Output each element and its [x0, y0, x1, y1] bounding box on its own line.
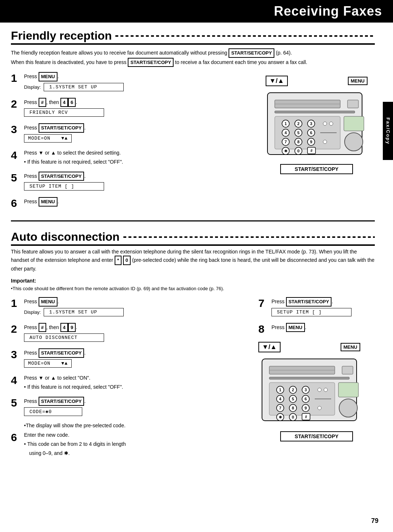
svg-text:9: 9 [305, 406, 307, 410]
svg-text:4: 4 [279, 397, 282, 401]
ad-step-5: 5 Press START/SET/COPY. CODE=✱0 [11, 397, 251, 419]
svg-text:6: 6 [310, 131, 312, 135]
step-5: 5 Press START/SET/COPY. SETUP ITEM [ ] [11, 172, 251, 193]
display-5: SETUP ITEM [ ] [24, 182, 104, 191]
kbd-menu-ad8: MENU [286, 323, 305, 332]
svg-text:0: 0 [292, 415, 294, 419]
kbd-4-ad2: 4 [60, 323, 68, 332]
kbd-ssc-ad7: START/SET/COPY [286, 297, 332, 307]
svg-text:5: 5 [297, 131, 299, 135]
kbd-menu-ad1: MENU [39, 297, 57, 307]
auto-disc-right: 7 Press START/SET/COPY. SETUP ITEM [ ] 8… [258, 297, 375, 463]
important-text: •This code should be different from the … [11, 285, 375, 292]
svg-text:#: # [310, 149, 313, 153]
side-tab: Fax/Copy [383, 102, 393, 160]
svg-text:8: 8 [292, 406, 294, 410]
kbd-6-2: 6 [68, 98, 76, 107]
auto-disconnection-intro: This feature allows you to answer a call… [11, 248, 375, 273]
start-set-copy-btn[interactable]: START/SET/COPY [280, 164, 353, 174]
svg-text:✱: ✱ [284, 149, 287, 153]
side-tab-label: Fax/Copy [385, 117, 391, 145]
svg-text:7: 7 [279, 406, 281, 410]
kbd-ssc-ad3: START/SET/COPY [39, 348, 84, 358]
step-3: 3 Press START/SET/COPY. MODE=ON ▼▲ [11, 123, 251, 145]
kbd-start-set-copy-intro2: START/SET/COPY [128, 58, 174, 67]
kbd-zero: 0 [123, 256, 131, 265]
ad-display-1: 1.SYSTEM SET UP [44, 308, 124, 316]
fax-machine-svg: 1 2 3 4 5 6 7 8 9 ✱ [264, 89, 369, 162]
ad-step-2: 2 Press #, then 49. AUTO DISCONNECT [11, 323, 251, 344]
svg-text:4: 4 [285, 131, 287, 135]
svg-rect-32 [344, 116, 364, 131]
svg-text:7: 7 [285, 140, 287, 144]
friendly-reception-title: Friendly reception [11, 29, 375, 45]
svg-point-35 [323, 140, 327, 144]
kbd-ssc-5: START/SET/COPY [39, 172, 84, 181]
step-1: 1 Press MENU. Display: 1.SYSTEM SET UP [11, 72, 251, 93]
friendly-reception-intro: The friendly reception feature allows yo… [11, 48, 375, 67]
nav-arrows-label: ▼/▲ [266, 76, 288, 86]
svg-text:0: 0 [297, 149, 299, 153]
svg-point-69 [339, 399, 357, 417]
svg-text:1: 1 [285, 121, 287, 126]
ad-display-5: CODE=✱0 [24, 407, 82, 416]
svg-text:8: 8 [297, 140, 299, 144]
page-header: Receiving Faxes [0, 0, 393, 23]
svg-text:2: 2 [297, 121, 299, 126]
display-2: FRIENDLY RCV [24, 108, 104, 117]
step-6: 6 Press MENU. [11, 197, 251, 209]
display-1: 1.SYSTEM SET UP [44, 83, 124, 91]
kbd-4-2: 4 [60, 98, 68, 107]
ad-display-note: •The display will show the pre-selected … [24, 423, 251, 428]
svg-point-30 [323, 122, 327, 125]
important-label: Important: [11, 278, 375, 284]
svg-point-33 [345, 133, 363, 151]
ad-step-8: 8 Press MENU. [258, 323, 375, 335]
kbd-9-ad2: 9 [68, 323, 76, 332]
svg-text:5: 5 [292, 397, 294, 401]
kbd-ssc-ad5: START/SET/COPY [39, 397, 84, 406]
svg-point-31 [329, 122, 333, 125]
friendly-steps-left: 1 Press MENU. Display: 1.SYSTEM SET UP 2… [11, 72, 251, 213]
svg-rect-39 [342, 366, 353, 374]
fax-machine-svg-ad: 1 2 3 4 5 6 7 8 9 ✱ 0 [258, 355, 364, 428]
auto-disconnection-title: Auto disconnection [11, 230, 375, 246]
svg-rect-3 [348, 100, 358, 108]
svg-point-71 [318, 406, 321, 410]
step-4: 4 Press ▼ or ▲ to select the desired set… [11, 149, 251, 167]
page-number: 79 [371, 517, 378, 525]
ad-display-2: AUTO DISCONNECT [24, 333, 104, 342]
auto-disc-steps-left: 1 Press MENU. Display: 1.SYSTEM SET UP 2… [11, 297, 251, 463]
svg-point-66 [318, 388, 321, 392]
menu-btn-label: MENU [348, 77, 368, 85]
svg-point-67 [324, 388, 328, 392]
nav-arrows-label-ad: ▼/▲ [258, 342, 281, 352]
ad-step-6: 6 Enter the new code. This code can be f… [11, 431, 251, 459]
kbd-menu-6: MENU [39, 197, 57, 207]
mode-box-3: MODE=ON ▼▲ [24, 134, 72, 143]
svg-text:2: 2 [292, 388, 294, 392]
svg-rect-4 [275, 111, 355, 113]
section-divider [11, 220, 375, 221]
kbd-star: * [115, 256, 122, 265]
header-title: Receiving Faxes [274, 4, 382, 19]
svg-text:3: 3 [305, 388, 307, 392]
start-set-copy-btn-ad[interactable]: START/SET/COPY [280, 431, 353, 441]
kbd-ssc-3: START/SET/COPY [39, 123, 84, 133]
kbd-hash-2: # [39, 98, 46, 107]
device-illustration-friendly: ▼/▲ MENU 1 2 [258, 72, 375, 213]
kbd-start-set-copy-intro: START/SET/COPY [229, 48, 274, 58]
svg-rect-40 [269, 377, 349, 379]
ad-display-7: SETUP ITEM [ ] [271, 308, 352, 316]
ad-step-7: 7 Press START/SET/COPY. SETUP ITEM [ ] [258, 297, 375, 319]
svg-text:6: 6 [305, 397, 307, 401]
kbd-menu-1: MENU [39, 72, 57, 81]
ad-step-4: 4 Press ▼ or ▲ to select "ON". If this f… [11, 374, 251, 392]
kbd-hash-ad2: # [39, 323, 46, 332]
ad-step-1: 1 Press MENU. Display: 1.SYSTEM SET UP [11, 297, 251, 319]
mode-box-ad3: MODE=ON ▼▲ [24, 359, 72, 368]
svg-text:✱: ✱ [279, 415, 282, 419]
ad-step-3: 3 Press START/SET/COPY. MODE=ON ▼▲ [11, 348, 251, 370]
svg-text:#: # [305, 415, 307, 419]
svg-text:3: 3 [310, 121, 312, 126]
